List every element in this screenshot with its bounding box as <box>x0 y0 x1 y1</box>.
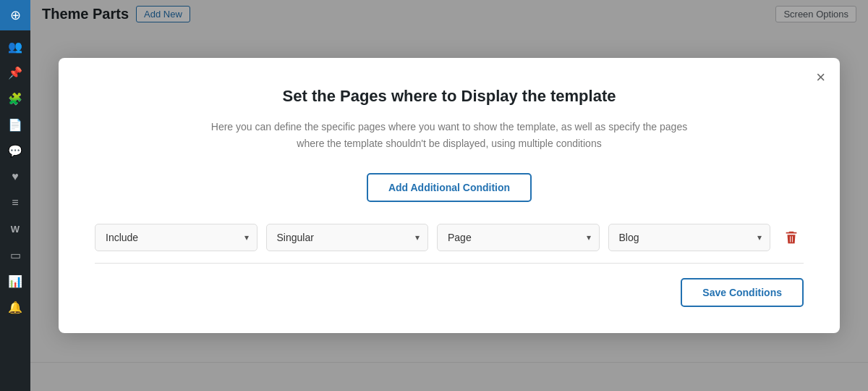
sidebar-icon-box[interactable]: ▭ <box>0 242 30 268</box>
include-select[interactable]: Include Exclude <box>95 224 258 251</box>
main-content-area: Theme Parts Add New Screen Options × Set… <box>30 0 868 391</box>
sidebar-icon-puzzle[interactable]: 🧩 <box>0 85 30 112</box>
sidebar-icon-pin[interactable]: 📌 <box>0 59 30 85</box>
sidebar-icon-chart[interactable]: 📊 <box>0 268 30 294</box>
page-select[interactable]: Page Post Category <box>437 224 600 251</box>
modal-description: Here you can define the specific pages w… <box>196 119 702 151</box>
blog-select[interactable]: Blog Home Shop <box>608 224 771 251</box>
modal-close-button[interactable]: × <box>816 70 825 85</box>
sidebar-icon-file[interactable]: 📄 <box>0 112 30 138</box>
sidebar-logo[interactable]: ⊕ <box>0 0 30 30</box>
sidebar-icon-comment[interactable]: 💬 <box>0 138 30 164</box>
sidebar-icon-heart[interactable]: ♥ <box>0 164 30 190</box>
sidebar-icon-bell[interactable]: 🔔 <box>0 294 30 320</box>
wp-logo-icon: ⊕ <box>10 7 21 23</box>
conditions-modal: × Set the Pages where to Display the tem… <box>59 58 840 333</box>
page-select-wrapper: Page Post Category ▾ <box>437 224 600 251</box>
sidebar-icon-layers[interactable]: ≡ <box>0 190 30 216</box>
singular-select[interactable]: Singular Archive All <box>266 224 429 251</box>
singular-select-wrapper: Singular Archive All ▾ <box>266 224 429 251</box>
delete-condition-button[interactable] <box>779 225 804 250</box>
modal-divider <box>95 263 804 264</box>
sidebar-icon-woo[interactable]: W <box>0 216 30 242</box>
save-conditions-button[interactable]: Save Conditions <box>681 278 804 307</box>
trash-icon <box>783 230 799 245</box>
sidebar-icon-people[interactable]: 👥 <box>0 33 30 59</box>
condition-row: Include Exclude ▾ Singular Archive All ▾ <box>95 224 804 251</box>
include-select-wrapper: Include Exclude ▾ <box>95 224 258 251</box>
blog-select-wrapper: Blog Home Shop ▾ <box>608 224 771 251</box>
modal-overlay: × Set the Pages where to Display the tem… <box>30 0 868 391</box>
add-additional-condition-button[interactable]: Add Additional Condition <box>367 173 532 202</box>
modal-footer: Save Conditions <box>95 278 804 307</box>
admin-sidebar: ⊕ 👥 📌 🧩 📄 💬 ♥ ≡ W ▭ 📊 🔔 <box>0 0 30 391</box>
modal-title: Set the Pages where to Display the templ… <box>95 87 804 106</box>
